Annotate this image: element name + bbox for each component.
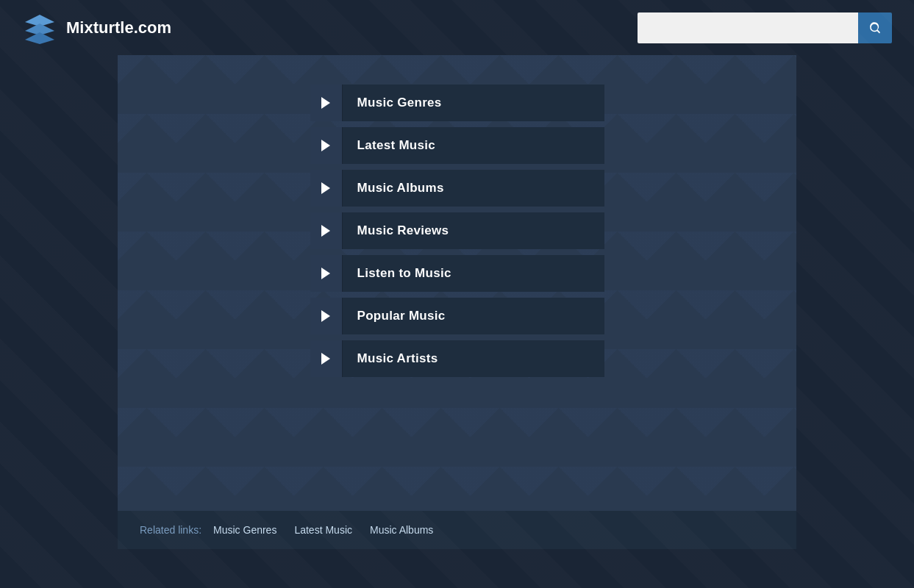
logo-icon bbox=[22, 10, 57, 46]
main-container: Music GenresLatest MusicMusic AlbumsMusi… bbox=[118, 55, 796, 511]
menu-label-latest-music: Latest Music bbox=[343, 138, 451, 153]
menu-arrow-listen-to-music bbox=[310, 255, 343, 292]
menu-arrow-latest-music bbox=[310, 127, 343, 164]
play-icon bbox=[321, 140, 330, 151]
menu-item-music-artists[interactable]: Music Artists bbox=[310, 340, 604, 377]
play-icon bbox=[321, 182, 330, 194]
menu-arrow-music-artists bbox=[310, 340, 343, 377]
svg-marker-2 bbox=[25, 32, 54, 44]
related-link-rel-music-genres[interactable]: Music Genres bbox=[213, 524, 276, 536]
logo-area: Mixturtle.com bbox=[22, 10, 171, 46]
search-button[interactable] bbox=[858, 12, 892, 43]
menu-item-music-genres[interactable]: Music Genres bbox=[310, 85, 604, 121]
play-icon bbox=[321, 353, 330, 365]
menu-item-popular-music[interactable]: Popular Music bbox=[310, 298, 604, 334]
menu-label-music-albums: Music Albums bbox=[343, 181, 459, 196]
related-links-bar: Related links: Music GenresLatest MusicM… bbox=[118, 511, 796, 549]
play-icon bbox=[321, 97, 330, 109]
play-icon bbox=[321, 225, 330, 237]
menu-label-music-reviews: Music Reviews bbox=[343, 223, 464, 238]
play-icon bbox=[321, 310, 330, 322]
related-label: Related links: bbox=[140, 524, 201, 536]
search-icon bbox=[868, 21, 882, 35]
menu-arrow-music-albums bbox=[310, 170, 343, 207]
search-input[interactable] bbox=[638, 12, 858, 43]
content-wrapper: Music GenresLatest MusicMusic AlbumsMusi… bbox=[118, 55, 796, 406]
menu-item-listen-to-music[interactable]: Listen to Music bbox=[310, 255, 604, 292]
menu-list: Music GenresLatest MusicMusic AlbumsMusi… bbox=[310, 85, 604, 377]
menu-label-music-genres: Music Genres bbox=[343, 96, 457, 110]
menu-arrow-music-genres bbox=[310, 85, 343, 121]
menu-label-popular-music: Popular Music bbox=[343, 309, 460, 323]
menu-label-listen-to-music: Listen to Music bbox=[343, 266, 466, 281]
menu-item-music-reviews[interactable]: Music Reviews bbox=[310, 212, 604, 249]
menu-arrow-music-reviews bbox=[310, 212, 343, 249]
related-link-rel-latest-music[interactable]: Latest Music bbox=[294, 524, 352, 536]
menu-arrow-popular-music bbox=[310, 298, 343, 334]
menu-item-music-albums[interactable]: Music Albums bbox=[310, 170, 604, 207]
menu-item-latest-music[interactable]: Latest Music bbox=[310, 127, 604, 164]
related-link-rel-music-albums[interactable]: Music Albums bbox=[370, 524, 433, 536]
menu-label-music-artists: Music Artists bbox=[343, 351, 453, 366]
play-icon bbox=[321, 268, 330, 279]
search-area bbox=[638, 12, 892, 43]
header: Mixturtle.com bbox=[0, 0, 914, 55]
site-title: Mixturtle.com bbox=[66, 18, 171, 37]
